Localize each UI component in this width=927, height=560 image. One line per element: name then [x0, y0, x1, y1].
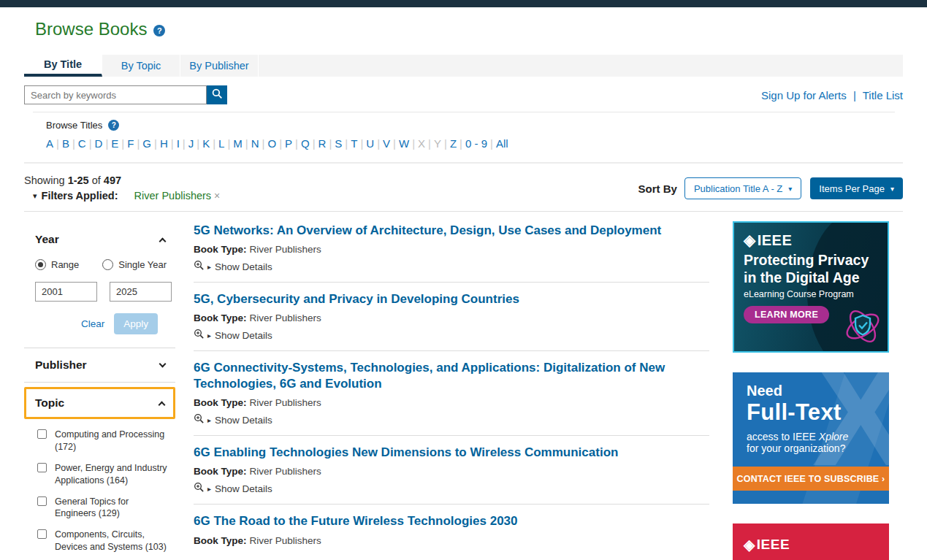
book-title-link[interactable]: 6G Connectivity-Systems, Technologies, a… — [194, 360, 718, 392]
letter-link-Q[interactable]: Q — [298, 137, 313, 150]
caret-down-icon: ▾ — [788, 185, 792, 193]
fulltext-subscribe-ad[interactable]: X Need Full-Text access to IEEE Xplore f… — [733, 372, 889, 504]
range-radio[interactable] — [35, 259, 46, 270]
show-details-link[interactable]: ▸Show Details — [194, 482, 718, 495]
show-details-link[interactable]: ▸Show Details — [194, 413, 718, 426]
topic-option[interactable]: Power, Energy and Industry Applications … — [37, 462, 175, 487]
book-type: Book Type:River Publishers — [194, 312, 718, 323]
sort-dropdown[interactable]: Publication Title A - Z ▾ — [684, 177, 801, 199]
ieee-logo-text: IEEE — [758, 232, 793, 249]
letter-link-V[interactable]: V — [380, 137, 393, 150]
caret-right-icon: ▸ — [207, 263, 211, 271]
divider — [33, 112, 895, 112]
topic-option[interactable]: Computing and Processing (172) — [37, 429, 175, 453]
letter-link-M[interactable]: M — [230, 137, 245, 150]
book-type-label: Book Type: — [194, 535, 247, 546]
topic-checkbox[interactable] — [37, 496, 47, 506]
learn-more-button[interactable]: LEARN MORE — [744, 306, 829, 323]
topic-option[interactable]: General Topics for Engineers (129) — [37, 496, 175, 521]
letter-link-0 - 9[interactable]: 0 - 9 — [462, 137, 490, 150]
ieee-logo-text: IEEE — [757, 537, 790, 553]
tab-by-title[interactable]: By Title — [24, 55, 102, 77]
ieee-red-banner-ad[interactable]: ◈ IEEE — [733, 523, 889, 560]
magnifier-plus-icon — [194, 260, 205, 273]
tab-by-publisher[interactable]: By Publisher — [180, 55, 259, 77]
letter-link-A[interactable]: A — [43, 137, 56, 150]
items-per-page-button[interactable]: Items Per Page ▾ — [810, 177, 903, 199]
help-icon[interactable]: ? — [153, 25, 165, 37]
topic-option[interactable]: Components, Circuits, Devices and System… — [37, 529, 175, 553]
book-title-link[interactable]: 5G, Cybersecurity and Privacy in Develop… — [194, 291, 718, 307]
search-input[interactable] — [24, 85, 207, 104]
topic-filter-header[interactable]: Topic — [26, 389, 173, 417]
contact-subscribe-button[interactable]: CONTACT IEEE TO SUBSCRIBE › — [733, 467, 889, 491]
ad-line-organization: for your organization? — [747, 442, 889, 454]
letter-link-O[interactable]: O — [264, 137, 279, 150]
ad-line-fulltext: Full-Text — [747, 399, 889, 426]
book-title-link[interactable]: 6G The Road to the Future Wireless Techn… — [194, 513, 718, 529]
letter-link-E[interactable]: E — [108, 137, 121, 150]
filters-sidebar: Year Range Single Year Clear Apply Publi… — [24, 223, 175, 560]
book-type: Book Type:River Publishers — [194, 466, 718, 477]
letter-link-I[interactable]: I — [174, 137, 183, 150]
xplore-italic-text: Xplore — [819, 431, 848, 442]
range-radio-label[interactable]: Range — [51, 259, 79, 270]
book-title-link[interactable]: 5G Networks: An Overview of Architecture… — [194, 223, 718, 239]
letter-link-L[interactable]: L — [215, 137, 227, 150]
book-type-label: Book Type: — [194, 397, 247, 408]
letter-link-Z[interactable]: Z — [447, 137, 459, 150]
search-bar — [24, 85, 227, 104]
letter-link-P[interactable]: P — [282, 137, 295, 150]
of-text: of — [92, 174, 101, 186]
top-right-links: Sign Up for Alerts | Title List — [761, 89, 903, 101]
letter-link-Y: Y — [431, 137, 444, 150]
year-from-input[interactable] — [35, 282, 97, 302]
apply-button[interactable]: Apply — [114, 313, 158, 334]
book-title-link[interactable]: 6G Enabling Technologies New Dimensions … — [194, 445, 718, 461]
single-year-radio[interactable] — [102, 259, 113, 270]
show-details-link[interactable]: ▸Show Details — [194, 260, 718, 273]
letter-link-G[interactable]: G — [140, 137, 154, 150]
letter-link-All[interactable]: All — [493, 137, 511, 150]
filters-applied-label[interactable]: Filters Applied: — [42, 190, 118, 202]
letter-link-N[interactable]: N — [248, 137, 262, 150]
letter-link-H[interactable]: H — [157, 137, 171, 150]
letter-link-W[interactable]: W — [396, 137, 412, 150]
tab-by-topic[interactable]: By Topic — [102, 55, 180, 77]
year-range-inputs — [35, 282, 175, 302]
divider — [194, 282, 709, 283]
year-to-input[interactable] — [110, 282, 172, 302]
publisher-filter-header[interactable]: Publisher — [24, 348, 175, 379]
letter-link-J[interactable]: J — [186, 137, 197, 150]
letter-link-C[interactable]: C — [75, 137, 89, 150]
letter-link-B[interactable]: B — [59, 137, 72, 150]
divider — [194, 504, 709, 505]
sort-controls: Sort By Publication Title A - Z ▾ Items … — [638, 177, 903, 199]
year-filter-header[interactable]: Year — [24, 223, 175, 253]
remove-filter-icon[interactable]: × — [214, 190, 220, 202]
clear-link[interactable]: Clear — [81, 318, 104, 329]
year-filter-title: Year — [35, 233, 59, 246]
letter-link-K[interactable]: K — [199, 137, 213, 150]
topic-option-label: Power, Energy and Industry Applications … — [55, 462, 172, 487]
help-icon[interactable]: ? — [108, 120, 119, 131]
topic-checkbox[interactable] — [37, 463, 47, 472]
search-button[interactable] — [207, 85, 227, 104]
caret-down-icon[interactable]: ▾ — [33, 191, 37, 201]
topic-checkbox[interactable] — [37, 529, 47, 539]
title-list-link[interactable]: Title List — [863, 89, 903, 101]
letter-link-U[interactable]: U — [363, 137, 377, 150]
filter-chip[interactable]: River Publishers — [134, 190, 212, 202]
topic-checkbox[interactable] — [37, 429, 47, 439]
signup-alerts-link[interactable]: Sign Up for Alerts — [761, 89, 847, 101]
year-mode-radios: Range Single Year — [35, 259, 175, 270]
show-details-link[interactable]: ▸Show Details — [194, 329, 718, 342]
letter-link-D[interactable]: D — [92, 137, 106, 150]
letter-link-S[interactable]: S — [332, 137, 345, 150]
single-year-radio-label[interactable]: Single Year — [118, 259, 167, 270]
results-range: 1-25 — [68, 174, 89, 186]
privacy-elearning-ad[interactable]: ◈ IEEE Protecting Privacy in the Digital… — [733, 221, 889, 353]
letter-link-R[interactable]: R — [316, 137, 329, 150]
letter-link-T[interactable]: T — [348, 137, 360, 150]
letter-link-F[interactable]: F — [124, 137, 137, 150]
